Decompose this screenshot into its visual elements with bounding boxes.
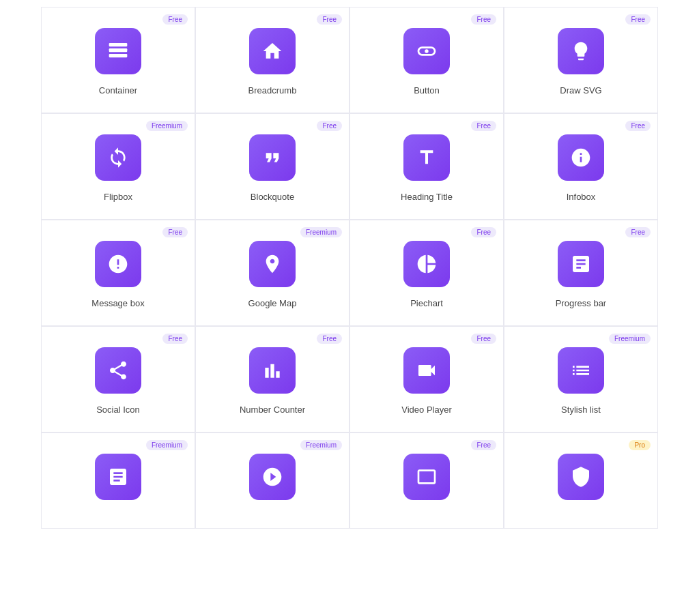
icon-box-widget5-2	[249, 454, 296, 500]
card-stylish-list[interactable]: Freemium Stylish list	[504, 326, 658, 432]
card-google-map[interactable]: Freemium Google Map	[195, 220, 350, 326]
label-flipbox: Flipbox	[104, 192, 132, 202]
card-social-icon[interactable]: Free Social Icon	[41, 326, 195, 432]
badge-container: Free	[162, 14, 188, 25]
badge-google-map: Freemium	[300, 227, 342, 237]
badge-social-icon: Free	[162, 334, 188, 344]
badge-button: Free	[471, 14, 496, 25]
badge-video-player: Free	[471, 334, 496, 344]
card-widget5-2[interactable]: Freemium	[195, 432, 350, 529]
icon-box-button	[403, 28, 450, 74]
icon-box-widget5-4	[558, 454, 604, 500]
label-stylish-list: Stylish list	[561, 405, 601, 415]
card-piechart[interactable]: Free Piechart	[350, 220, 504, 326]
icon-box-flipbox	[95, 134, 141, 181]
icon-box-number-counter	[249, 347, 296, 394]
icon-box-breadcrumb	[249, 28, 296, 74]
svg-point-3	[425, 49, 428, 53]
label-breadcrumb: Breadcrumb	[248, 85, 297, 96]
badge-widget5-2: Freemium	[300, 440, 342, 450]
card-heading-title[interactable]: Free Heading Title	[350, 113, 504, 220]
card-progress-bar[interactable]: Free Progress bar	[504, 220, 658, 326]
svg-rect-2	[109, 54, 128, 57]
icon-box-container	[95, 28, 141, 74]
card-infobox[interactable]: Free Infobox	[504, 113, 658, 220]
icon-box-stylish-list	[558, 347, 604, 394]
badge-breadcrumb: Free	[317, 14, 342, 25]
card-widget5-3[interactable]: Free	[350, 432, 504, 529]
label-draw-svg: Draw SVG	[560, 85, 601, 96]
badge-widget5-4: Pro	[629, 440, 651, 450]
label-progress-bar: Progress bar	[556, 298, 606, 308]
label-social-icon: Social Icon	[96, 405, 140, 415]
badge-draw-svg: Free	[625, 14, 651, 25]
icon-box-social-icon	[95, 347, 141, 394]
card-widget5-4[interactable]: Pro	[504, 432, 658, 529]
card-flipbox[interactable]: Freemium Flipbox	[41, 113, 195, 220]
icon-box-infobox	[558, 134, 604, 181]
label-google-map: Google Map	[248, 298, 297, 308]
label-infobox: Infobox	[567, 192, 596, 202]
card-draw-svg[interactable]: Free Draw SVG	[504, 7, 658, 113]
label-message-box: Message box	[91, 298, 144, 308]
badge-progress-bar: Free	[625, 227, 651, 237]
card-container[interactable]: Free Container	[41, 7, 195, 113]
badge-number-counter: Free	[317, 334, 342, 344]
badge-piechart: Free	[471, 227, 496, 237]
card-message-box[interactable]: Free Message box	[41, 220, 195, 326]
icon-box-blockquote	[249, 134, 296, 181]
card-widget5-1[interactable]: Freemium	[41, 432, 195, 529]
svg-rect-0	[109, 43, 128, 46]
label-piechart: Piechart	[410, 298, 443, 308]
icon-box-message-box	[95, 241, 141, 287]
label-button: Button	[414, 85, 440, 96]
badge-blockquote: Free	[317, 121, 342, 131]
icon-box-video-player	[403, 347, 450, 394]
label-container: Container	[99, 85, 137, 96]
icon-box-heading-title	[403, 134, 450, 181]
label-blockquote: Blockquote	[251, 192, 294, 202]
badge-flipbox: Freemium	[146, 121, 188, 131]
badge-widget5-3: Free	[471, 440, 496, 450]
icon-box-piechart	[403, 241, 450, 287]
icon-box-widget5-3	[403, 454, 450, 500]
card-number-counter[interactable]: Free Number Counter	[195, 326, 350, 432]
icon-box-widget5-1	[95, 454, 141, 500]
badge-message-box: Free	[162, 227, 188, 237]
badge-widget5-1: Freemium	[146, 440, 188, 450]
label-heading-title: Heading Title	[401, 192, 453, 202]
card-button[interactable]: Free Button	[350, 7, 504, 113]
widget-grid: Free Container Free Breadcrumb Free Butt…	[0, 0, 699, 536]
label-number-counter: Number Counter	[240, 405, 305, 415]
icon-box-google-map	[249, 241, 296, 287]
icon-box-progress-bar	[558, 241, 604, 287]
card-video-player[interactable]: Free Video Player	[350, 326, 504, 432]
badge-stylish-list: Freemium	[609, 334, 651, 344]
card-breadcrumb[interactable]: Free Breadcrumb	[195, 7, 350, 113]
badge-heading-title: Free	[471, 121, 496, 131]
svg-rect-1	[109, 48, 128, 52]
badge-infobox: Free	[625, 121, 651, 131]
icon-box-draw-svg	[558, 28, 604, 74]
card-blockquote[interactable]: Free Blockquote	[195, 113, 350, 220]
label-video-player: Video Player	[401, 405, 451, 415]
